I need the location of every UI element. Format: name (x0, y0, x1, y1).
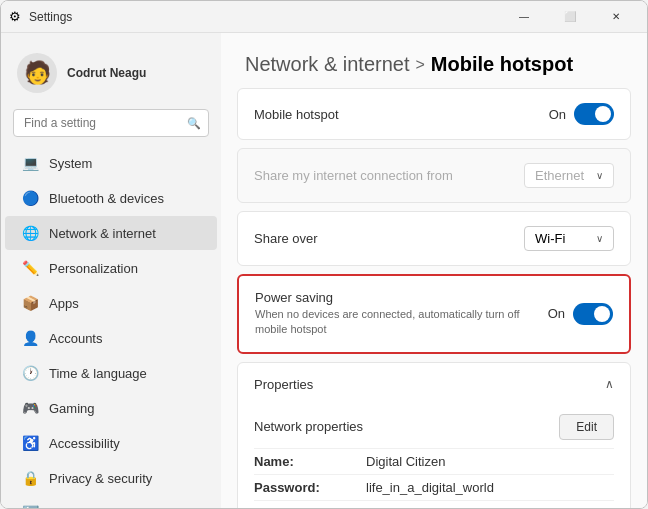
power-saving-text-group: Power saving When no devices are connect… (255, 290, 535, 338)
system-icon: 💻 (21, 154, 39, 172)
sidebar-username: Codrut Neagu (67, 66, 205, 80)
bluetooth-icon: 🔵 (21, 189, 39, 207)
share-connection-label: Share my internet connection from (254, 168, 453, 183)
password-key: Password: (254, 480, 354, 495)
edit-button[interactable]: Edit (559, 414, 614, 440)
sidebar-item-label: Network & internet (49, 226, 156, 241)
apps-icon: 📦 (21, 294, 39, 312)
sidebar-item-accounts[interactable]: 👤 Accounts (5, 321, 217, 355)
mobile-hotspot-state: On (549, 107, 566, 122)
sidebar-item-personalization[interactable]: ✏️ Personalization (5, 251, 217, 285)
sidebar-item-label: Gaming (49, 401, 95, 416)
mobile-hotspot-label: Mobile hotspot (254, 107, 339, 122)
name-value: Digital Citizen (366, 454, 445, 469)
sidebar-item-label: Accessibility (49, 436, 120, 451)
mobile-hotspot-control: On (549, 103, 614, 125)
breadcrumb-separator: > (416, 56, 425, 74)
properties-header[interactable]: Properties ∧ (238, 363, 630, 406)
properties-body: Network properties Edit Name: Digital Ci… (238, 406, 630, 508)
power-saving-state: On (548, 306, 565, 321)
sidebar-item-accessibility[interactable]: ♿ Accessibility (5, 426, 217, 460)
personalization-icon: ✏️ (21, 259, 39, 277)
chevron-down-icon: ∨ (596, 170, 603, 181)
avatar: 🧑 (17, 53, 57, 93)
search-icon: 🔍 (187, 117, 201, 130)
breadcrumb: Network & internet > Mobile hotspot (245, 53, 623, 76)
share-connection-row: Share my internet connection from Ethern… (237, 148, 631, 203)
mobile-hotspot-toggle[interactable] (574, 103, 614, 125)
power-saving-sublabel: When no devices are connected, automatic… (255, 307, 535, 338)
band-key: Band: (254, 506, 354, 508)
sidebar-item-label: Apps (49, 296, 79, 311)
content-area: 🧑 Codrut Neagu 🔍 💻 System 🔵 Bluetooth & … (1, 33, 647, 508)
settings-icon: ⚙ (9, 9, 21, 24)
sidebar-item-network[interactable]: 🌐 Network & internet (5, 216, 217, 250)
search-input[interactable] (13, 109, 209, 137)
main-content: Network & internet > Mobile hotspot Mobi… (221, 33, 647, 508)
password-value: life_in_a_digital_world (366, 480, 494, 495)
power-saving-row: Power saving When no devices are connect… (237, 274, 631, 354)
title-bar-controls: — ⬜ ✕ (501, 1, 639, 33)
chevron-up-icon: ∧ (605, 377, 614, 391)
properties-title: Properties (254, 377, 313, 392)
network-properties-label: Network properties (254, 419, 363, 434)
avatar-image: 🧑 (24, 60, 51, 86)
share-over-dropdown[interactable]: Wi-Fi ∨ (524, 226, 614, 251)
toggle-thumb (595, 106, 611, 122)
breadcrumb-current: Mobile hotspot (431, 53, 573, 76)
table-row: Password: life_in_a_digital_world (254, 474, 614, 500)
chevron-down-icon: ∨ (596, 233, 603, 244)
accounts-icon: 👤 (21, 329, 39, 347)
settings-body: Mobile hotspot On Share my internet conn… (221, 88, 647, 508)
privacy-icon: 🔒 (21, 469, 39, 487)
title-bar: ⚙ Settings — ⬜ ✕ (1, 1, 647, 33)
table-row: Name: Digital Citizen (254, 448, 614, 474)
sidebar: 🧑 Codrut Neagu 🔍 💻 System 🔵 Bluetooth & … (1, 33, 221, 508)
time-icon: 🕐 (21, 364, 39, 382)
share-over-row: Share over Wi-Fi ∨ (237, 211, 631, 266)
share-over-value: Wi-Fi (535, 231, 565, 246)
sidebar-item-label: Privacy & security (49, 471, 152, 486)
sidebar-item-system[interactable]: 💻 System (5, 146, 217, 180)
sidebar-item-label: Personalization (49, 261, 138, 276)
sidebar-item-apps[interactable]: 📦 Apps (5, 286, 217, 320)
table-row: Band: 5 GHz (254, 500, 614, 508)
sidebar-item-update[interactable]: 🔄 Windows Update (5, 496, 217, 508)
title-bar-left: ⚙ Settings (9, 9, 72, 24)
main-header: Network & internet > Mobile hotspot (221, 33, 647, 88)
power-saving-toggle[interactable] (573, 303, 613, 325)
sidebar-item-label: System (49, 156, 92, 171)
sidebar-nav: 💻 System 🔵 Bluetooth & devices 🌐 Network… (1, 145, 221, 508)
network-icon: 🌐 (21, 224, 39, 242)
band-value: 5 GHz (366, 506, 403, 508)
settings-window: ⚙ Settings — ⬜ ✕ 🧑 Codrut Neagu 🔍 (0, 0, 648, 509)
sidebar-item-gaming[interactable]: 🎮 Gaming (5, 391, 217, 425)
properties-section: Properties ∧ Network properties Edit Nam… (237, 362, 631, 508)
mobile-hotspot-row: Mobile hotspot On (237, 88, 631, 140)
power-saving-label: Power saving (255, 290, 535, 305)
minimize-button[interactable]: — (501, 1, 547, 33)
gaming-icon: 🎮 (21, 399, 39, 417)
sidebar-user: 🧑 Codrut Neagu (1, 41, 221, 105)
update-icon: 🔄 (21, 504, 39, 508)
title-bar-title: Settings (29, 10, 72, 24)
name-key: Name: (254, 454, 354, 469)
sidebar-item-label: Windows Update (49, 506, 147, 509)
sidebar-item-bluetooth[interactable]: 🔵 Bluetooth & devices (5, 181, 217, 215)
maximize-button[interactable]: ⬜ (547, 1, 593, 33)
sidebar-item-label: Accounts (49, 331, 102, 346)
sidebar-item-label: Bluetooth & devices (49, 191, 164, 206)
network-properties-row: Network properties Edit (254, 414, 614, 440)
sidebar-search[interactable]: 🔍 (13, 109, 209, 137)
share-connection-value: Ethernet (535, 168, 584, 183)
sidebar-item-privacy[interactable]: 🔒 Privacy & security (5, 461, 217, 495)
close-button[interactable]: ✕ (593, 1, 639, 33)
toggle-thumb (594, 306, 610, 322)
property-table: Name: Digital Citizen Password: life_in_… (254, 448, 614, 508)
share-over-label: Share over (254, 231, 318, 246)
sidebar-item-time[interactable]: 🕐 Time & language (5, 356, 217, 390)
breadcrumb-parent: Network & internet (245, 53, 410, 76)
share-connection-dropdown[interactable]: Ethernet ∨ (524, 163, 614, 188)
accessibility-icon: ♿ (21, 434, 39, 452)
sidebar-item-label: Time & language (49, 366, 147, 381)
